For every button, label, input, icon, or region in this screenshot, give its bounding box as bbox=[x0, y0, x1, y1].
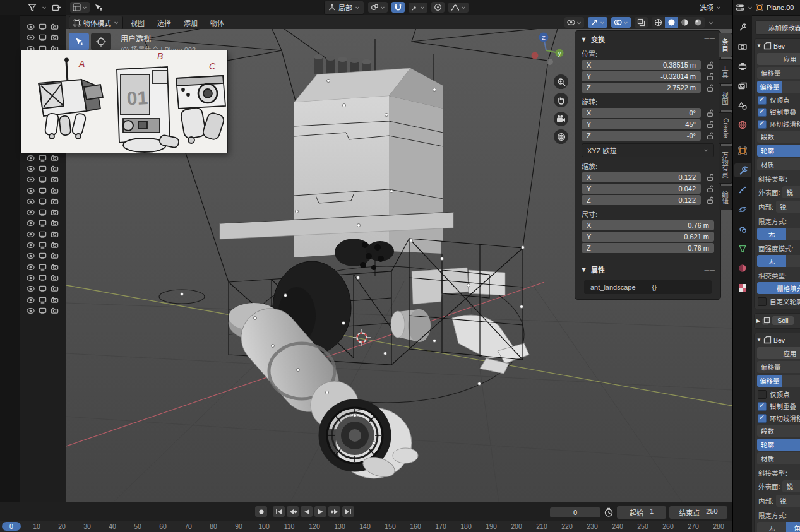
zoom-button[interactable] bbox=[554, 74, 568, 89]
width-amount-slider[interactable]: 偏移量 bbox=[757, 361, 800, 373]
viewport-monitor-icon[interactable] bbox=[39, 175, 47, 184]
jump-to-end-button[interactable] bbox=[342, 506, 354, 517]
viewport-monitor-icon[interactable] bbox=[39, 263, 47, 271]
lock-open-icon[interactable] bbox=[706, 132, 714, 140]
render-camera-icon[interactable] bbox=[51, 198, 59, 206]
snap-settings-button[interactable] bbox=[409, 3, 427, 13]
pivot-point-button[interactable] bbox=[368, 2, 388, 13]
vertices-only-checkbox[interactable]: 仅顶点 bbox=[758, 95, 800, 105]
lock-open-icon[interactable] bbox=[706, 73, 714, 81]
visibility-eye-icon[interactable] bbox=[27, 23, 35, 31]
viewport-monitor-icon[interactable] bbox=[39, 154, 47, 162]
outliner-row[interactable] bbox=[0, 207, 66, 218]
ruler-tick[interactable]: 180 bbox=[457, 523, 475, 530]
viewport-monitor-icon[interactable] bbox=[39, 285, 47, 293]
tab-output[interactable] bbox=[734, 59, 751, 73]
ruler-tick[interactable]: 110 bbox=[280, 523, 299, 530]
solid-shading-button[interactable] bbox=[665, 17, 678, 28]
segments-slider[interactable]: 段数 bbox=[757, 425, 800, 437]
render-camera-icon[interactable] bbox=[51, 296, 59, 304]
ruler-tick[interactable]: 10 bbox=[27, 523, 46, 530]
tab-object[interactable] bbox=[734, 144, 751, 158]
xray-toggle[interactable] bbox=[635, 17, 648, 28]
overlays-toggle[interactable] bbox=[611, 17, 631, 28]
rotation-value-slider[interactable]: X0° bbox=[582, 108, 701, 118]
sidebar-tab[interactable]: Create bbox=[719, 112, 732, 144]
material-shading-button[interactable] bbox=[678, 17, 691, 28]
vertices-only-checkbox[interactable]: 仅顶点 bbox=[758, 389, 800, 399]
render-camera-icon[interactable] bbox=[51, 23, 59, 31]
render-camera-icon[interactable] bbox=[51, 187, 59, 195]
play-button[interactable] bbox=[314, 506, 326, 517]
current-frame-field[interactable]: 0 bbox=[550, 507, 600, 517]
render-camera-icon[interactable] bbox=[51, 33, 59, 42]
editor-type-button[interactable] bbox=[70, 2, 90, 13]
custom-profile-checkbox[interactable]: 自定义轮廓 bbox=[758, 297, 800, 306]
outliner-row[interactable] bbox=[0, 283, 66, 294]
ruler-tick[interactable]: 40 bbox=[103, 523, 122, 530]
tab-modifiers[interactable] bbox=[734, 163, 751, 177]
sidebar-tab[interactable]: 视图 bbox=[719, 86, 732, 110]
custom-properties-header[interactable]: ▼ 属性 ══ bbox=[575, 261, 720, 276]
start-frame-field[interactable]: 起始 1 bbox=[617, 506, 666, 519]
visibility-eye-icon[interactable] bbox=[27, 219, 35, 227]
ruler-tick[interactable]: 70 bbox=[179, 523, 198, 530]
ruler-tick[interactable]: 140 bbox=[355, 523, 374, 530]
dimension-value-slider[interactable]: Y0.621 m bbox=[582, 232, 714, 242]
mode-dropdown[interactable]: 物体模式 bbox=[69, 16, 123, 30]
outliner-row[interactable] bbox=[0, 294, 66, 305]
ruler-tick[interactable]: 100 bbox=[254, 523, 273, 530]
modifier-header[interactable]: ▶ Soli bbox=[756, 315, 800, 326]
tab-constraints[interactable] bbox=[734, 222, 751, 236]
tab-tool[interactable] bbox=[734, 20, 751, 34]
width-type-segmented[interactable]: 偏移量 bbox=[757, 81, 800, 93]
gizmos-toggle[interactable] bbox=[588, 17, 607, 28]
ruler-tick[interactable]: 90 bbox=[229, 523, 248, 530]
snap-toggle-button[interactable] bbox=[391, 2, 405, 13]
ruler-tick[interactable]: 230 bbox=[583, 523, 602, 530]
wireframe-shading-button[interactable] bbox=[652, 17, 665, 28]
camera-view-button[interactable] bbox=[554, 112, 568, 126]
visibility-eye-icon[interactable] bbox=[27, 307, 35, 315]
pan-button[interactable] bbox=[554, 93, 568, 107]
object-visibility-button[interactable] bbox=[564, 17, 584, 28]
viewport-monitor-icon[interactable] bbox=[39, 33, 47, 42]
viewport-monitor-icon[interactable] bbox=[39, 198, 47, 206]
viewport-monitor-icon[interactable] bbox=[39, 187, 47, 195]
render-camera-icon[interactable] bbox=[51, 252, 59, 260]
tab-scene[interactable] bbox=[734, 98, 751, 112]
options-dropdown[interactable]: 选项 bbox=[696, 1, 725, 14]
outliner-row[interactable] bbox=[0, 185, 66, 196]
material-index-slider[interactable]: 材质 bbox=[757, 452, 800, 464]
outliner-row[interactable] bbox=[0, 251, 66, 261]
rotation-mode-dropdown[interactable]: XYZ 欧拉 bbox=[582, 143, 714, 157]
ruler-tick[interactable]: 150 bbox=[381, 523, 400, 530]
play-reverse-button[interactable] bbox=[301, 506, 313, 517]
cursor-tool-button[interactable] bbox=[91, 33, 111, 50]
dimension-value-slider[interactable]: Z0.76 m bbox=[582, 243, 714, 253]
visibility-eye-icon[interactable] bbox=[27, 154, 35, 162]
miter-inner-dropdown[interactable]: 锐 bbox=[776, 201, 800, 213]
render-camera-icon[interactable] bbox=[51, 208, 59, 216]
render-camera-icon[interactable] bbox=[51, 154, 59, 162]
record-button[interactable] bbox=[255, 506, 267, 517]
modifier-header[interactable]: ▼ Bev bbox=[756, 40, 800, 51]
clock-icon[interactable] bbox=[604, 507, 614, 517]
rotation-value-slider[interactable]: Y45° bbox=[582, 119, 701, 129]
sidebar-tab[interactable]: 编辑 bbox=[719, 186, 732, 210]
viewport-monitor-icon[interactable] bbox=[39, 274, 47, 282]
tab-world[interactable] bbox=[734, 118, 751, 132]
outliner-row[interactable] bbox=[0, 240, 66, 251]
transform-orientation-dropdown[interactable]: 局部 bbox=[324, 1, 364, 15]
menu-select[interactable]: 选择 bbox=[152, 16, 176, 29]
ruler-tick[interactable]: 130 bbox=[330, 523, 349, 530]
viewport-monitor-icon[interactable] bbox=[39, 296, 47, 304]
outliner-row[interactable] bbox=[0, 262, 66, 273]
outliner-row[interactable] bbox=[0, 305, 66, 316]
width-type-selected[interactable]: 偏移量 bbox=[757, 81, 782, 93]
outliner-row[interactable] bbox=[0, 32, 66, 43]
apply-button[interactable]: 应用 bbox=[757, 347, 800, 359]
ruler-tick[interactable]: 280 bbox=[709, 523, 728, 530]
outliner-row[interactable] bbox=[0, 218, 66, 228]
add-modifier-button[interactable]: 添加修改器 bbox=[755, 20, 800, 35]
